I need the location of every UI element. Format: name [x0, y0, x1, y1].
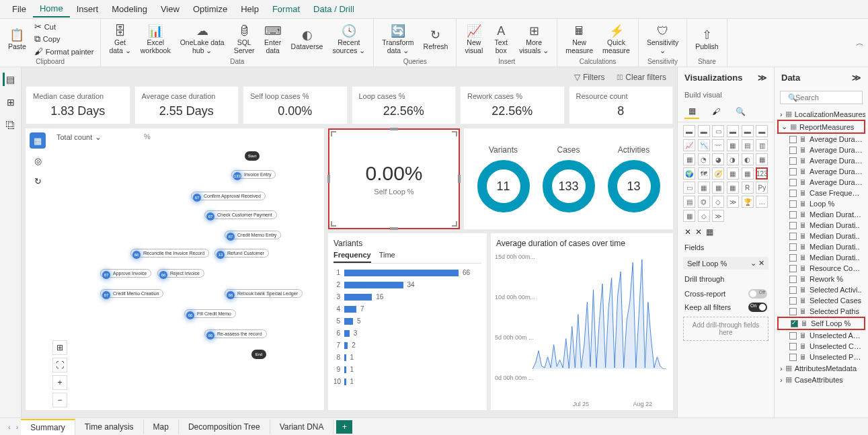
field-item[interactable]: 🖩Average Durati.. — [777, 166, 865, 177]
field-item[interactable]: 🖩Median Durati.. — [777, 252, 865, 263]
excel-button[interactable]: 📊Excel workbook — [136, 22, 175, 56]
viz-collapse-icon[interactable]: ≫ — [758, 73, 767, 83]
process-node[interactable]: 67Confirm Approval Received — [191, 192, 266, 200]
viz-type-icon[interactable]: ◕ — [712, 153, 724, 165]
viz-type-icon[interactable]: 🗺 — [698, 167, 710, 180]
field-item[interactable]: 🖩Self Loop % — [777, 317, 865, 330]
viz-tools-icon[interactable]: ✕ — [684, 227, 691, 237]
data-view-icon[interactable]: ⊞ — [4, 95, 17, 109]
duration-chart-visual[interactable]: Average duration of cases over time 15d … — [491, 233, 673, 410]
viz-type-icon[interactable]: 〰 — [712, 139, 724, 151]
field-item[interactable]: 🖩Unselected Paths — [777, 352, 865, 362]
add-page-button[interactable]: + — [336, 420, 352, 434]
viz-type-icon[interactable]: ▦ — [756, 153, 768, 165]
variant-bar-row[interactable]: 316 — [333, 293, 481, 301]
ribbon-collapse-icon[interactable]: ︿ — [856, 37, 864, 48]
tab-next[interactable]: › — [13, 423, 22, 431]
cross-report-toggle[interactable]: Off — [748, 289, 767, 299]
transform-data-button[interactable]: 🔄Transform data ⌄ — [378, 22, 418, 56]
variant-bar-row[interactable]: 91 — [333, 366, 481, 373]
menu-help[interactable]: Help — [234, 1, 266, 17]
field-item[interactable]: 🖩Resource Count — [777, 263, 865, 274]
process-node[interactable]: 67Credit Memo Entry — [225, 231, 281, 239]
process-node[interactable]: 66Re-assess the record — [204, 329, 267, 338]
process-node[interactable]: 66Rebook bank Special Ledger — [225, 289, 303, 298]
copy-button[interactable]: ⧉Copy — [32, 33, 97, 45]
menu-modeling[interactable]: Modeling — [105, 1, 154, 17]
selfloop-visual-selected[interactable]: 0.00% Self Loop % — [328, 128, 460, 229]
filters-button[interactable]: ▽ Filters — [574, 73, 605, 82]
tab-summary[interactable]: Summary — [21, 419, 75, 435]
tab-time[interactable]: Time — [379, 251, 395, 263]
viz-type-icon[interactable]: ▦ — [742, 167, 754, 180]
viz-type-icon[interactable]: Py — [756, 182, 768, 194]
process-node[interactable]: 66Reconcile the Invoice Record — [130, 249, 209, 258]
field-item[interactable]: 🖩Median Duration — [777, 209, 865, 220]
viz-type-icon[interactable]: ▦ — [683, 153, 695, 165]
process-node[interactable]: 133Invoice Entry — [231, 170, 276, 179]
viz-type-icon[interactable]: ◑ — [727, 153, 739, 165]
field-item[interactable]: 🖩Rework % — [777, 274, 865, 284]
table-caseattr[interactable]: ›▦CaseAttributes — [777, 374, 865, 385]
tab-prev[interactable]: ‹ — [5, 423, 13, 431]
table-attributes[interactable]: ›▦AttributesMetadata — [777, 362, 865, 374]
viz-type-icon[interactable]: ▦ — [727, 182, 739, 194]
process-node[interactable]: 67Approve Invoice — [100, 269, 151, 278]
process-zoom-out-icon[interactable]: − — [52, 393, 67, 407]
viz-type-icon[interactable]: 123 — [756, 167, 768, 180]
field-item[interactable]: 🖩Selected Cases — [777, 295, 865, 306]
tab-map[interactable]: Map — [144, 420, 179, 434]
process-node[interactable]: 67Check Customer Payment — [204, 210, 277, 219]
menu-insert[interactable]: Insert — [70, 1, 106, 17]
viz-type-icon[interactable]: ▬ — [727, 125, 739, 137]
field-item[interactable]: 🖩Average Durati.. — [777, 177, 865, 188]
cut-button[interactable]: ✂Cut — [32, 21, 97, 32]
dataverse-button[interactable]: ◐Dataverse — [287, 26, 327, 52]
card-rework[interactable]: Rework cases %22.56% — [460, 86, 565, 124]
viz-type-icon[interactable]: ▬ — [683, 125, 695, 137]
viz-type-icon[interactable]: ▬ — [698, 125, 710, 137]
text-box-button[interactable]: AText box — [488, 22, 514, 56]
field-item[interactable]: 🖩Median Durati.. — [777, 241, 865, 252]
menu-view[interactable]: View — [154, 1, 186, 17]
field-item[interactable]: 🖩Average Durati.. — [777, 155, 865, 166]
process-node[interactable]: 13Refund Customer — [214, 249, 269, 258]
viz-type-icon[interactable]: ▤ — [742, 139, 754, 151]
menu-optimize[interactable]: Optimize — [186, 1, 234, 17]
viz-tab-build[interactable]: ▦ — [684, 104, 699, 119]
card-loop[interactable]: Loop cases %22.56% — [352, 86, 457, 124]
field-item[interactable]: 🖩Selected Paths — [777, 306, 865, 317]
table-localization[interactable]: ›▦LocalizationMeasures — [777, 108, 865, 120]
field-item[interactable]: 🖩Average Durati.. — [777, 134, 865, 145]
variant-bar-row[interactable]: 63 — [333, 329, 481, 337]
field-item[interactable]: 🖩Selected Activi.. — [777, 284, 865, 295]
tab-decomposition[interactable]: Decomposition Tree — [179, 420, 270, 434]
report-view-icon[interactable]: ▤ — [3, 73, 16, 86]
card-median[interactable]: Median case duration1.83 Days — [26, 86, 130, 124]
viz-type-icon[interactable]: ▦ — [727, 139, 739, 151]
new-measure-button[interactable]: 🖩New measure — [561, 22, 597, 56]
sql-button[interactable]: 🛢SQL Server — [230, 22, 259, 56]
viz-type-icon[interactable]: 🧭 — [712, 167, 724, 180]
viz-tab-format[interactable]: 🖌 — [709, 104, 723, 119]
process-grid-icon[interactable]: ⊞ — [52, 340, 67, 355]
field-item[interactable]: 🖩Median Durati.. — [777, 220, 865, 231]
viz-type-icon[interactable]: ▥ — [756, 139, 768, 151]
process-refresh-icon[interactable]: ↻ — [30, 173, 46, 189]
process-view-icon[interactable]: ▦ — [30, 132, 46, 149]
viz-type-icon[interactable]: 📉 — [698, 139, 710, 151]
field-item[interactable]: 🖩Average Durati.. — [777, 145, 865, 155]
menu-datadrill[interactable]: Data / Drill — [307, 1, 361, 17]
viz-type-icon[interactable]: ▬ — [756, 125, 768, 137]
model-view-icon[interactable]: ⿻ — [4, 118, 17, 132]
viz-type-icon[interactable]: ◇ — [712, 196, 724, 208]
variant-bar-row[interactable]: 55 — [333, 317, 481, 325]
card-selfloop[interactable]: Self loop cases %0.00% — [243, 86, 348, 124]
viz-type-icon[interactable]: ▭ — [683, 182, 695, 194]
process-dropdown[interactable]: Total count — [56, 132, 102, 142]
menu-file[interactable]: File — [5, 1, 33, 17]
table-reportmeasures[interactable]: ⌄▦ReportMeasures — [777, 120, 865, 134]
card-resource[interactable]: Resource count8 — [569, 86, 674, 124]
process-node[interactable]: 66Fill Credit Memo — [184, 309, 236, 318]
paste-button[interactable]: 📋Paste — [4, 26, 30, 52]
